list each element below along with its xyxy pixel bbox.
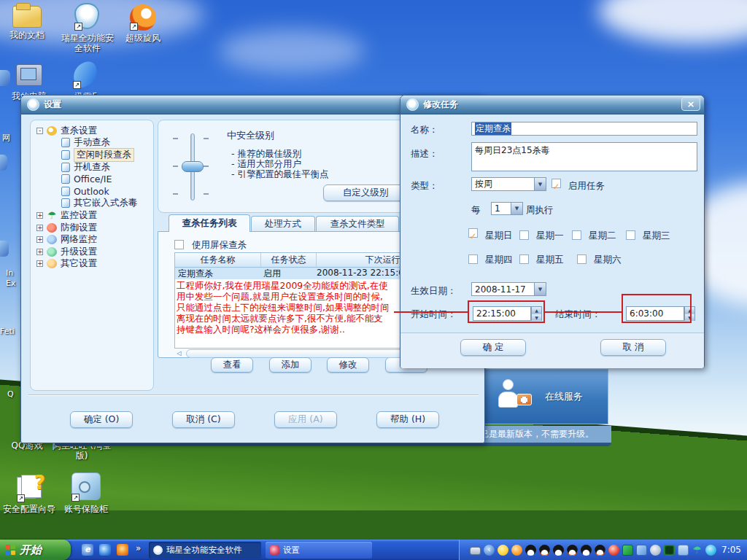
friday-checkbox[interactable] bbox=[519, 254, 529, 264]
cancel-button[interactable]: 取消 (C) bbox=[172, 411, 235, 428]
description-input[interactable]: 每周日23点15杀毒 bbox=[471, 142, 697, 171]
dialog-cancel-button[interactable]: 取 消 bbox=[600, 339, 666, 356]
scroll-left-arrow[interactable]: ◁ bbox=[174, 349, 184, 358]
tray-folder-icon[interactable] bbox=[678, 545, 689, 556]
start-button[interactable]: 开始 bbox=[0, 540, 71, 560]
modify-task-button[interactable]: 修改 bbox=[327, 357, 369, 373]
modify-task-dialog: 修改任务 × 名称： 定期查杀 描述： 每周日23点15杀毒 类型： 按周 ▼ … bbox=[400, 95, 705, 368]
ok-button[interactable]: 确定 (O) bbox=[70, 411, 133, 428]
tree-item-office-ie[interactable]: Office/IE bbox=[32, 173, 152, 185]
expand-icon[interactable]: + bbox=[36, 249, 43, 255]
taskbar-item-settings[interactable]: 设置 bbox=[266, 542, 372, 559]
saturday-checkbox[interactable] bbox=[577, 254, 587, 264]
edge-label-fragment: 网 bbox=[2, 133, 10, 144]
quicklaunch-more-icon[interactable]: » bbox=[136, 543, 141, 553]
tray-qq-icon[interactable] bbox=[553, 545, 564, 556]
expand-icon[interactable]: + bbox=[36, 225, 43, 231]
security-slider-handle[interactable] bbox=[182, 161, 204, 172]
check-icon: ✓ bbox=[469, 231, 476, 241]
expand-icon[interactable]: + bbox=[36, 236, 43, 243]
every-dropdown-icon[interactable]: ▼ bbox=[511, 202, 523, 215]
tuesday-checkbox[interactable] bbox=[572, 230, 581, 240]
desktop-icon-tornado[interactable]: ↗ 超级旋风 bbox=[112, 3, 174, 43]
tray-qq-icon[interactable] bbox=[539, 545, 550, 556]
weekday-sunday-option[interactable]: ✓ 星期日 bbox=[468, 228, 513, 242]
date-dropdown-icon[interactable]: ▼ bbox=[534, 282, 546, 296]
thursday-checkbox[interactable] bbox=[468, 254, 478, 264]
monday-checkbox[interactable] bbox=[519, 230, 529, 240]
col-task-name[interactable]: 任务名称 bbox=[175, 253, 261, 267]
weekday-saturday-option[interactable]: 星期六 bbox=[577, 252, 622, 266]
online-service-panel[interactable]: 在线服务 bbox=[479, 369, 608, 424]
tray-qq-icon[interactable] bbox=[525, 545, 536, 556]
globe-icon bbox=[47, 235, 57, 244]
view-task-button[interactable]: 查看 bbox=[211, 357, 253, 373]
taskbar-item-rising[interactable]: 瑞星全功能安全软件 bbox=[149, 542, 261, 559]
expand-icon[interactable]: + bbox=[36, 260, 43, 267]
tray-volume-icon[interactable] bbox=[650, 545, 661, 556]
tray-monitor-icon[interactable] bbox=[664, 545, 675, 556]
tree-item-upgrade-settings[interactable]: + 升级设置 bbox=[32, 246, 152, 258]
desktop-icon-account-safe[interactable]: ↗ 账号保险柜 bbox=[55, 471, 117, 514]
tab-scan-task-list[interactable]: 查杀任务列表 bbox=[169, 214, 250, 232]
effective-date-label: 生效日期： bbox=[411, 285, 457, 298]
tray-media-icon[interactable] bbox=[511, 545, 522, 556]
desktop-icon-security-wizard[interactable]: ? ↗ 安全配置向导 bbox=[0, 474, 60, 514]
tree-item-defense-settings[interactable]: + 防御设置 bbox=[32, 222, 152, 234]
custom-level-button[interactable]: 自定义级别 bbox=[323, 184, 408, 201]
help-button[interactable]: 帮助 (H) bbox=[376, 411, 439, 428]
tree-item-manual-scan[interactable]: 手动查杀 bbox=[32, 137, 152, 149]
dialog-ok-button[interactable]: 确 定 bbox=[460, 339, 526, 356]
every-n-select[interactable]: 1 bbox=[491, 202, 511, 215]
wednesday-checkbox[interactable] bbox=[626, 230, 635, 240]
tree-item-network-monitor[interactable]: + 网络监控 bbox=[32, 233, 152, 246]
tray-collapse-icon[interactable]: ‹ bbox=[484, 545, 495, 556]
enable-task-checkbox[interactable]: ✓ bbox=[551, 179, 561, 188]
tree-item-other-settings[interactable]: + 其它设置 bbox=[32, 258, 152, 271]
tree-item-scan-settings[interactable]: - 查杀设置 bbox=[32, 125, 152, 137]
col-task-status[interactable]: 任务状态 bbox=[261, 253, 317, 267]
tab-handle-method[interactable]: 处理方式 bbox=[251, 216, 315, 232]
tab-scan-file-types[interactable]: 查杀文件类型 bbox=[316, 216, 399, 232]
tree-item-boot-scan[interactable]: 开机查杀 bbox=[32, 161, 152, 174]
tray-smiley-icon[interactable] bbox=[498, 545, 508, 556]
type-dropdown-icon[interactable]: ▼ bbox=[534, 177, 546, 191]
desktop-icon-my-documents[interactable]: 我的文档 bbox=[0, 4, 58, 40]
apply-button[interactable]: 应用 (A) bbox=[274, 411, 337, 428]
sunday-checkbox[interactable]: ✓ bbox=[468, 228, 478, 238]
quicklaunch-browser-icon[interactable] bbox=[99, 544, 111, 556]
scan-icon bbox=[47, 126, 57, 136]
quicklaunch-app-icon[interactable] bbox=[117, 544, 128, 556]
collapse-icon[interactable]: - bbox=[36, 128, 43, 134]
weekday-friday-option[interactable]: 星期五 bbox=[519, 252, 564, 266]
tray-keyboard-icon[interactable] bbox=[470, 547, 481, 555]
tray-qq-icon[interactable] bbox=[581, 545, 592, 556]
tree-item-outlook[interactable]: Outlook bbox=[32, 185, 152, 198]
name-input[interactable]: 定期查杀 bbox=[471, 122, 697, 136]
screensaver-scan-option[interactable]: 使用屏保查杀 bbox=[174, 237, 247, 252]
add-task-button[interactable]: 添加 bbox=[269, 357, 311, 373]
weekday-monday-option[interactable]: 星期一 bbox=[519, 228, 564, 242]
tree-item-monitor-settings[interactable]: + ☂ 监控设置 bbox=[32, 209, 152, 222]
tree-item-embedded-scan[interactable]: 其它嵌入式杀毒 bbox=[32, 198, 152, 210]
quicklaunch-ie-icon[interactable]: e bbox=[82, 544, 93, 556]
modify-dialog-titlebar[interactable]: 修改任务 bbox=[400, 96, 704, 114]
tray-green-square-icon[interactable] bbox=[622, 545, 633, 556]
expand-icon[interactable]: + bbox=[36, 212, 43, 219]
enable-task-option[interactable]: ✓ 启用任务 bbox=[551, 178, 605, 192]
taskbar: 开始 e » 瑞星全功能安全软件 设置 ‹ bbox=[0, 540, 747, 560]
umbrella-icon: ☂ bbox=[47, 211, 57, 220]
tray-rising-umbrella-icon[interactable]: ☂ bbox=[692, 545, 703, 556]
desktop-icon-rising[interactable]: ↗ 瑞星全功能安全软件 bbox=[57, 1, 118, 53]
weekday-tuesday-option[interactable]: 星期二 bbox=[572, 228, 616, 242]
tray-qq-icon[interactable] bbox=[567, 545, 578, 556]
close-icon[interactable]: × bbox=[681, 97, 700, 111]
tray-network-icon[interactable] bbox=[636, 545, 647, 556]
weekday-wednesday-option[interactable]: 星期三 bbox=[626, 228, 670, 242]
tray-fetion-icon[interactable] bbox=[705, 545, 716, 556]
tray-flame-icon[interactable] bbox=[608, 545, 619, 556]
tray-qq-icon[interactable] bbox=[595, 545, 605, 556]
screensaver-checkbox[interactable] bbox=[174, 240, 184, 249]
weekday-thursday-option[interactable]: 星期四 bbox=[468, 252, 513, 266]
tree-item-idle-scan[interactable]: 空闲时段查杀 bbox=[32, 149, 152, 161]
